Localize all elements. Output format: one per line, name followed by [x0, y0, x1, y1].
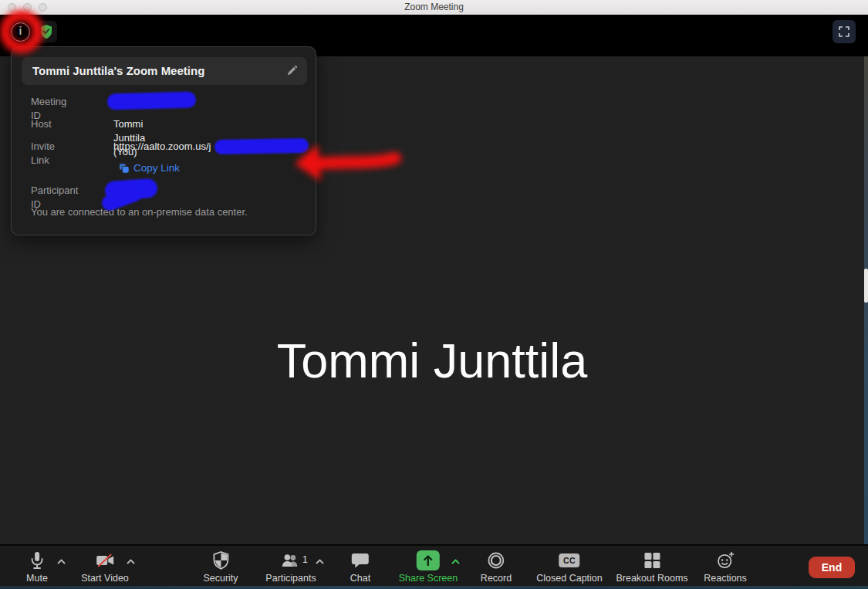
microphone-icon: [29, 550, 45, 570]
zoom-meeting-window: Zoom Meeting i Tommi Junttila Tommi Junt…: [0, 0, 868, 589]
meeting-toolbar: Mute Start Video: [0, 544, 868, 586]
datacenter-note: You are connected to an on-premise data …: [31, 206, 248, 218]
copy-icon[interactable]: [119, 163, 130, 174]
meeting-id-redaction: [107, 91, 197, 110]
reactions-icon: [716, 550, 735, 570]
video-options-chevron-icon[interactable]: [127, 559, 135, 564]
end-meeting-button[interactable]: End: [809, 557, 855, 578]
closed-caption-button[interactable]: CC Closed Caption: [536, 550, 602, 584]
encryption-shield-icon: [39, 24, 53, 39]
breakout-rooms-icon: [643, 550, 660, 570]
reactions-button[interactable]: Reactions: [704, 550, 747, 584]
edit-pencil-icon[interactable]: [286, 65, 298, 76]
invite-link-label: Invite Link: [31, 140, 55, 168]
meeting-title: Tommi Junttila's Zoom Meeting: [32, 57, 204, 85]
start-video-button[interactable]: Start Video: [81, 550, 129, 584]
invite-link-value: https://aalto.zoom.us/j: [113, 140, 211, 154]
participants-button[interactable]: Participants: [265, 550, 316, 584]
window-title: Zoom Meeting: [0, 0, 868, 15]
participants-count: 1: [302, 554, 308, 565]
invite-link-redaction: [214, 138, 309, 154]
camera-off-icon: [95, 550, 115, 570]
popup-header: Tommi Junttila's Zoom Meeting: [22, 57, 307, 85]
meeting-info-icon[interactable]: i: [11, 22, 30, 42]
meeting-info-popup: Tommi Junttila's Zoom Meeting Meeting ID…: [11, 46, 316, 235]
host-label: Host: [31, 117, 52, 131]
share-screen-button[interactable]: Share Screen: [399, 550, 458, 584]
mute-button[interactable]: Mute: [26, 550, 48, 584]
security-shield-icon: [212, 550, 229, 570]
mute-options-chevron-icon[interactable]: [57, 559, 66, 564]
breakout-rooms-button[interactable]: Breakout Rooms: [616, 550, 687, 584]
share-options-chevron-icon[interactable]: [451, 559, 460, 564]
chat-button[interactable]: Chat: [350, 550, 370, 584]
record-icon: [487, 550, 505, 570]
copy-link-button[interactable]: Copy Link: [133, 161, 180, 175]
window-titlebar: Zoom Meeting: [0, 0, 868, 15]
chat-bubble-icon: [351, 550, 370, 570]
participant-name: Tommi Junttila: [0, 333, 864, 388]
record-button[interactable]: Record: [481, 550, 512, 584]
fullscreen-button[interactable]: [833, 20, 856, 43]
participants-options-chevron-icon[interactable]: [316, 559, 324, 564]
share-screen-icon: [417, 550, 440, 570]
encryption-shield-button[interactable]: [35, 21, 57, 42]
background-scrollbar-thumb: [864, 269, 868, 303]
fullscreen-icon: [838, 25, 850, 38]
closed-caption-icon: CC: [559, 550, 580, 570]
participants-icon: [281, 550, 301, 570]
security-button[interactable]: Security: [203, 550, 238, 584]
